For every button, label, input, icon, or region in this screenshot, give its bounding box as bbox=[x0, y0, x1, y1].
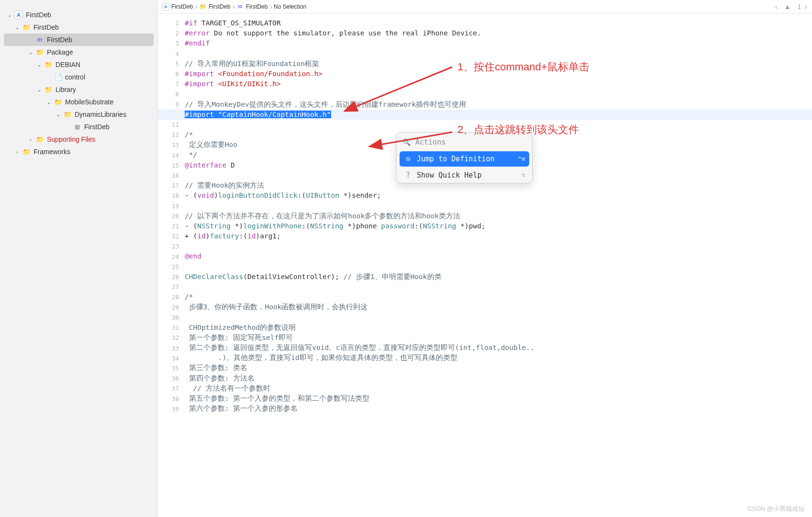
code-line[interactable] bbox=[185, 49, 812, 59]
code-line[interactable] bbox=[185, 262, 812, 272]
code-line[interactable]: 步骤3、你的钩子函数，Hook函数被调用时，会执行到这 bbox=[185, 302, 812, 312]
disclosure-triangle[interactable] bbox=[14, 24, 20, 30]
code-line[interactable]: @end bbox=[185, 251, 812, 261]
tree-row-supporting-files[interactable]: 📁Supporting Files bbox=[0, 133, 157, 146]
tree-row-mobilesubstrate[interactable]: 📁MobileSubstrate bbox=[0, 96, 157, 108]
history-forward-button[interactable]: › bbox=[804, 3, 808, 11]
code-line[interactable]: // 方法名有一个参数时 bbox=[185, 383, 812, 393]
disclosure-triangle[interactable] bbox=[28, 49, 33, 55]
line-number: 24 bbox=[158, 252, 185, 262]
folder-icon: 📁 bbox=[35, 135, 44, 144]
line-number: 23 bbox=[158, 241, 185, 251]
code-line[interactable]: + (id)factory:(id)arg1; bbox=[185, 231, 812, 241]
disclosure-triangle[interactable] bbox=[14, 149, 20, 155]
tree-row-firstdeb[interactable]: 📁FirstDeb bbox=[0, 21, 157, 34]
disclosure-triangle[interactable] bbox=[28, 136, 33, 142]
code-line[interactable]: #error Do not support the simulator, ple… bbox=[185, 28, 812, 38]
line-number: 20 bbox=[158, 211, 185, 221]
tree-row-library[interactable]: 📁Library bbox=[0, 83, 157, 96]
line-number: 35 bbox=[158, 363, 185, 373]
line-number: 12 bbox=[158, 130, 185, 140]
code-line[interactable]: // 导入常用的UI框架和Foundation框架 bbox=[185, 59, 812, 69]
code-line[interactable]: - (NSString *)loginWithPhone:(NSString *… bbox=[185, 221, 812, 231]
code-line[interactable]: 第四个参数: 方法名 bbox=[185, 373, 812, 383]
code-line[interactable]: 第六个参数: 第一个入参的形参名 bbox=[185, 404, 812, 414]
code-line[interactable] bbox=[185, 89, 812, 99]
jump-bar-item-project[interactable]: A FirstDeb bbox=[162, 3, 193, 11]
tree-row-package[interactable]: 📁Package bbox=[0, 46, 157, 58]
code-editor[interactable]: 1234567891011121314151617181920212223242… bbox=[158, 13, 812, 517]
tree-item-label: DEBIAN bbox=[56, 61, 80, 68]
jump-bar-label: FirstDeb bbox=[171, 3, 193, 10]
help-icon: ? bbox=[403, 170, 413, 180]
disclosure-triangle[interactable] bbox=[46, 99, 52, 105]
tree-item-label: DynamicLibraries bbox=[75, 111, 126, 118]
line-number: 2 bbox=[158, 28, 185, 38]
line-number: 1 bbox=[158, 18, 185, 28]
line-number: 5 bbox=[158, 59, 185, 69]
project-navigator: AFirstDeb📁FirstDebmFirstDeb📁Package📁DEBI… bbox=[0, 0, 158, 517]
tree-item-label: Package bbox=[47, 48, 73, 56]
code-line[interactable] bbox=[185, 282, 812, 292]
tree-row-debian[interactable]: 📁DEBIAN bbox=[0, 58, 157, 71]
tree-row-firstdeb[interactable]: AFirstDeb bbox=[0, 9, 157, 21]
warning-count: 1 bbox=[797, 3, 802, 11]
jump-bar-label: FirstDeb bbox=[246, 3, 267, 10]
menu-item-show-quick-help[interactable]: ? Show Quick Help ⌥ bbox=[397, 168, 532, 183]
tree-row-firstdeb[interactable]: mFirstDeb bbox=[4, 34, 154, 46]
actions-search-placeholder[interactable]: Actions bbox=[415, 137, 445, 147]
history-back-button[interactable]: ‹ bbox=[774, 3, 779, 11]
app-icon: A bbox=[162, 3, 169, 11]
code-line[interactable]: 第三个参数: 类名 bbox=[185, 363, 812, 373]
disclosure-triangle[interactable] bbox=[36, 62, 42, 67]
code-line[interactable]: #import "CaptainHook/CaptainHook.h" bbox=[158, 110, 812, 120]
line-number: 31 bbox=[158, 323, 185, 333]
code-line[interactable]: #if TARGET_OS_SIMULATOR bbox=[185, 18, 812, 28]
tree-row-control[interactable]: 📄control bbox=[0, 71, 157, 83]
menu-item-shortcut: ⌥ bbox=[522, 170, 525, 180]
search-icon: 🔍 bbox=[402, 137, 411, 147]
menu-item-shortcut: ^⌘ bbox=[518, 154, 525, 164]
line-number: 26 bbox=[158, 272, 185, 282]
code-line[interactable]: 第二个参数: 返回值类型，无返回值写void。c语言的类型，直接写对应的类型即可… bbox=[185, 343, 812, 353]
code-line[interactable]: 第一个参数: 固定写死self即可 bbox=[185, 333, 812, 343]
tree-row-firstdeb[interactable]: ▦FirstDeb bbox=[0, 121, 157, 133]
warning-icon[interactable]: ▲ bbox=[783, 3, 792, 11]
folder-blue-icon: 📁 bbox=[44, 85, 53, 94]
editor-area: A FirstDeb › 📁 FirstDeb › m FirstDeb › N… bbox=[158, 0, 812, 517]
jump-bar-item-group[interactable]: 📁 FirstDeb bbox=[199, 3, 230, 11]
jump-bar-item-file[interactable]: m FirstDeb bbox=[236, 3, 267, 11]
code-line[interactable]: /* bbox=[185, 292, 812, 302]
line-number: 30 bbox=[158, 313, 185, 323]
menu-item-jump-to-definition[interactable]: ⎋ Jump to Definition ^⌘ bbox=[400, 151, 529, 167]
code-line[interactable]: // 以下两个方法并不存在，在这只是为了演示如何hook多个参数的方法和hook… bbox=[185, 211, 812, 221]
code-line[interactable]: #import <Foundation/Foundation.h> bbox=[185, 69, 812, 79]
disclosure-triangle[interactable] bbox=[36, 87, 42, 92]
code-line[interactable] bbox=[185, 201, 812, 211]
tree-row-dynamiclibraries[interactable]: 📁DynamicLibraries bbox=[0, 108, 157, 121]
line-number: 27 bbox=[158, 282, 185, 292]
line-number: 34 bbox=[158, 353, 185, 363]
line-number: 36 bbox=[158, 373, 185, 383]
jump-bar-history: ‹ ▲ 1 › bbox=[774, 3, 808, 11]
code-line[interactable]: #import <UIKit/UIKit.h> bbox=[185, 79, 812, 89]
line-number: 16 bbox=[158, 170, 185, 180]
line-number: 39 bbox=[158, 404, 185, 414]
disclosure-triangle[interactable] bbox=[56, 112, 61, 117]
disclosure-triangle[interactable] bbox=[7, 12, 12, 18]
code-line[interactable]: - (void)loginButtonDidClick:(UIButton *)… bbox=[185, 191, 812, 201]
code-line[interactable] bbox=[185, 241, 812, 251]
jump-bar-label: No Selection bbox=[274, 3, 306, 10]
code-line[interactable]: 第五个参数: 第一个入参的类型，和第二个参数写法类型 bbox=[185, 393, 812, 404]
code-line[interactable]: CHOptimizedMethod的参数说明 bbox=[185, 323, 812, 333]
code-line[interactable] bbox=[185, 120, 812, 130]
code-line[interactable]: #endif bbox=[185, 38, 812, 48]
tree-row-frameworks[interactable]: 📁Frameworks bbox=[0, 146, 157, 158]
jump-bar-item-symbol[interactable]: No Selection bbox=[274, 3, 306, 10]
code-line[interactable]: CHDeclareClass(DetailViewController); //… bbox=[185, 272, 812, 282]
code-line[interactable] bbox=[185, 312, 812, 322]
line-number: 38 bbox=[158, 394, 185, 404]
code-line[interactable]: // 导入MonkeyDev提供的头文件，这头文件，后边我们创建framewor… bbox=[185, 100, 812, 110]
line-number: 32 bbox=[158, 333, 185, 343]
code-line[interactable]: .)。其他类型，直接写id即可，如果你知道具体的类型，也可写具体的类型 bbox=[185, 353, 812, 363]
